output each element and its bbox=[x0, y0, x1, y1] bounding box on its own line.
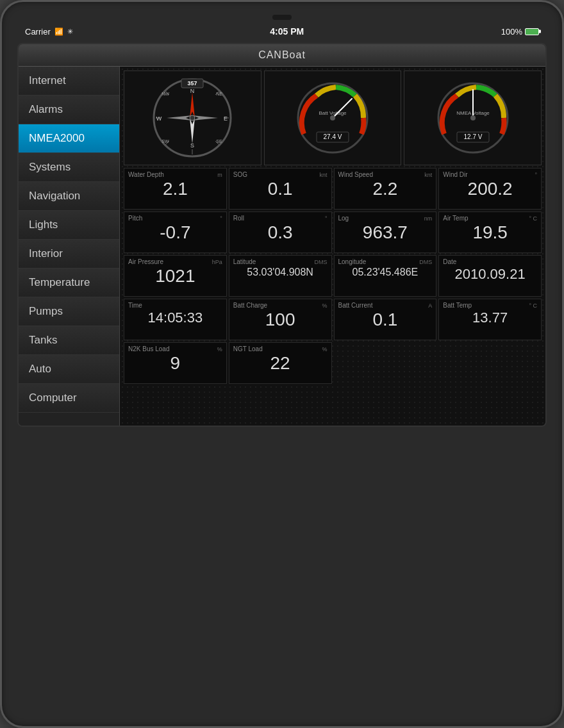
sog-value: 0.1 bbox=[233, 179, 328, 199]
log-label: Log bbox=[338, 215, 349, 222]
wind-speed-label: Wind Speed bbox=[338, 171, 373, 178]
svg-point-27 bbox=[330, 115, 335, 120]
time-value: 14:05:33 bbox=[128, 310, 222, 326]
latitude-unit: DMS bbox=[315, 259, 328, 265]
compass-gauge: N S W E NW NE SW SE 357 bbox=[124, 70, 261, 165]
svg-text:NW: NW bbox=[162, 92, 169, 96]
svg-text:SW: SW bbox=[162, 139, 170, 144]
cell-latitude: Latitude DMS 53.03'04.908N bbox=[229, 255, 332, 297]
cell-pitch: Pitch ° -0.7 bbox=[124, 211, 227, 253]
nmea-voltage-svg: NMEA Voltage 12.7 V bbox=[435, 79, 511, 156]
sog-unit: knt bbox=[319, 172, 327, 178]
data-grid: Water Depth m 2.1 SOG knt 0.1 bbox=[124, 168, 542, 384]
wind-dir-value: 200.2 bbox=[443, 179, 537, 199]
cell-date: Date 2010.09.21 bbox=[438, 255, 542, 297]
wind-dir-unit: ° bbox=[535, 172, 537, 178]
batt-current-unit: A bbox=[428, 302, 432, 309]
batt-temp-value: 13.77 bbox=[443, 310, 537, 326]
sidebar-item-interior[interactable]: Interior bbox=[19, 240, 119, 269]
top-notch bbox=[272, 15, 292, 20]
date-value: 2010.09.21 bbox=[443, 267, 537, 282]
latitude-value: 53.03'04.908N bbox=[233, 267, 328, 278]
air-pressure-unit: hPa bbox=[212, 259, 222, 265]
status-left: Carrier 📶 ✳ bbox=[25, 27, 73, 37]
air-pressure-value: 1021 bbox=[128, 267, 222, 286]
air-temp-label: Air Temp bbox=[443, 215, 468, 222]
svg-text:27.4 V: 27.4 V bbox=[324, 133, 342, 140]
cell-log: Log nm 963.7 bbox=[334, 211, 437, 253]
main-content: N S W E NW NE SW SE 357 bbox=[120, 67, 545, 426]
sog-label: SOG bbox=[233, 171, 247, 178]
batt-temp-label: Batt Temp bbox=[443, 302, 472, 309]
cell-longitude: Longitude DMS 05.23'45.486E bbox=[334, 255, 437, 297]
gauge-row: N S W E NW NE SW SE 357 bbox=[124, 70, 542, 165]
cell-water-depth: Water Depth m 2.1 bbox=[124, 168, 227, 210]
sidebar-item-alarms[interactable]: Alarms bbox=[19, 95, 119, 124]
ngt-load-unit: % bbox=[322, 346, 327, 352]
sidebar-item-auto[interactable]: Auto bbox=[19, 355, 119, 384]
air-pressure-label: Air Pressure bbox=[128, 258, 163, 265]
pitch-value: -0.7 bbox=[128, 223, 222, 243]
sidebar-item-systems[interactable]: Systems bbox=[19, 153, 119, 182]
cell-batt-temp: Batt Temp ° C 13.77 bbox=[438, 299, 542, 340]
svg-text:E: E bbox=[224, 115, 228, 122]
cell-wind-dir: Wind Dir ° 200.2 bbox=[438, 168, 542, 210]
sidebar-item-lights[interactable]: Lights bbox=[19, 211, 119, 240]
sidebar-item-computer[interactable]: Computer bbox=[19, 384, 119, 413]
cell-time: Time 14:05:33 bbox=[124, 299, 227, 340]
wind-speed-unit: knt bbox=[424, 172, 432, 178]
batt-charge-label: Batt Charge bbox=[233, 302, 267, 309]
app-body: Internet Alarms NMEA2000 Systems Navigat… bbox=[19, 67, 545, 426]
svg-point-23 bbox=[190, 115, 195, 120]
log-unit: nm bbox=[424, 215, 433, 222]
cell-wind-speed: Wind Speed knt 2.2 bbox=[334, 168, 437, 210]
status-time: 4:05 PM bbox=[270, 26, 304, 37]
wind-speed-value: 2.2 bbox=[338, 179, 433, 199]
sidebar-item-nmea2000[interactable]: NMEA2000 bbox=[19, 124, 119, 153]
n2k-bus-load-value: 9 bbox=[128, 354, 222, 374]
cell-sog: SOG knt 0.1 bbox=[229, 168, 332, 210]
longitude-unit: DMS bbox=[419, 259, 432, 265]
batt-voltage-gauge: Batt Voltage 27.4 V bbox=[264, 70, 402, 165]
sidebar-item-temperature[interactable]: Temperature bbox=[19, 269, 119, 297]
air-temp-value: 19.5 bbox=[443, 223, 537, 243]
longitude-value: 05.23'45.486E bbox=[338, 267, 433, 278]
svg-text:NE: NE bbox=[216, 92, 222, 96]
sidebar: Internet Alarms NMEA2000 Systems Navigat… bbox=[19, 67, 120, 426]
water-depth-value: 2.1 bbox=[128, 179, 222, 199]
svg-point-33 bbox=[470, 115, 476, 120]
sidebar-item-internet[interactable]: Internet bbox=[19, 67, 119, 95]
carrier-label: Carrier bbox=[25, 27, 51, 37]
status-bar: Carrier 📶 ✳ 4:05 PM 100% bbox=[12, 22, 552, 40]
compass-svg: N S W E NW NE SW SE 357 bbox=[151, 76, 234, 160]
batt-temp-unit: ° C bbox=[529, 302, 537, 309]
cell-ngt-load: NGT Load % 22 bbox=[229, 342, 332, 384]
sidebar-item-navigation[interactable]: Navigation bbox=[19, 182, 119, 211]
nmea-voltage-gauge: NMEA Voltage 12.7 V bbox=[404, 70, 542, 165]
sidebar-item-pumps[interactable]: Pumps bbox=[19, 297, 119, 326]
sidebar-item-tanks[interactable]: Tanks bbox=[19, 326, 119, 355]
latitude-label: Latitude bbox=[233, 258, 256, 265]
air-temp-unit: ° C bbox=[529, 215, 537, 222]
app-header: CANBoat bbox=[19, 44, 545, 67]
tablet-frame: Carrier 📶 ✳ 4:05 PM 100% CANBoat Interne… bbox=[0, 0, 564, 728]
cell-air-temp: Air Temp ° C 19.5 bbox=[438, 211, 542, 253]
app-container: CANBoat Internet Alarms NMEA2000 Systems bbox=[17, 43, 547, 427]
pitch-unit: ° bbox=[220, 215, 222, 222]
cell-batt-current: Batt Current A 0.1 bbox=[334, 299, 437, 340]
n2k-bus-load-unit: % bbox=[217, 346, 222, 352]
batt-charge-unit: % bbox=[322, 302, 327, 309]
battery-percent: 100% bbox=[501, 27, 522, 37]
roll-unit: ° bbox=[325, 215, 328, 222]
status-right: 100% bbox=[501, 27, 539, 37]
log-value: 963.7 bbox=[338, 223, 433, 243]
batt-current-label: Batt Current bbox=[338, 302, 373, 309]
svg-text:357: 357 bbox=[188, 80, 197, 87]
wifi-icon: 📶 bbox=[54, 28, 63, 36]
roll-value: 0.3 bbox=[233, 223, 328, 243]
water-depth-unit: m bbox=[217, 172, 222, 178]
svg-text:W: W bbox=[156, 115, 162, 122]
ngt-load-value: 22 bbox=[233, 354, 328, 374]
cell-n2k-bus-load: N2K Bus Load % 9 bbox=[124, 342, 227, 384]
signal-icon: ✳ bbox=[67, 28, 73, 36]
